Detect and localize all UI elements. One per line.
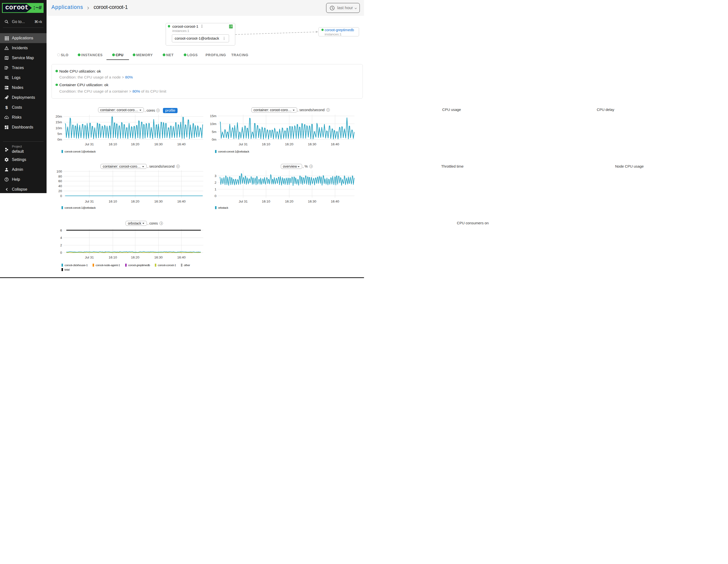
svg-text:16:40: 16:40 [331,200,339,203]
svg-text:20: 20 [58,189,62,193]
svg-text:coroot-node-agent-1: coroot-node-agent-1 [96,263,120,267]
svg-text:16:20: 16:20 [285,142,293,146]
svg-text:5m: 5m [212,130,216,134]
svg-text:16:20: 16:20 [131,200,139,203]
svg-text:5m: 5m [57,132,62,136]
svg-text:16:10: 16:10 [262,200,270,203]
svg-text:Jul 31: Jul 31 [239,200,248,203]
svg-text:0: 0 [214,194,216,198]
svg-text:orbstack: orbstack [218,206,229,209]
svg-text:16:40: 16:40 [177,142,186,146]
svg-text:16:10: 16:10 [109,256,117,259]
svg-text:10m: 10m [210,122,216,126]
svg-text:15m: 15m [210,114,216,118]
svg-text:10m: 10m [55,126,62,130]
svg-text:16:20: 16:20 [285,200,293,203]
svg-text:60: 60 [58,179,62,183]
svg-text:other: other [184,263,190,267]
svg-text:coroot-clickhouse-1: coroot-clickhouse-1 [65,263,88,267]
svg-text:16:30: 16:30 [308,142,316,146]
svg-text:2: 2 [60,243,62,247]
svg-text:total: total [65,268,70,271]
svg-text:16:40: 16:40 [331,142,339,146]
svg-text:Jul 31: Jul 31 [239,142,248,146]
svg-text:coroot-coroot-1@orbstack: coroot-coroot-1@orbstack [218,150,249,153]
svg-text:16:30: 16:30 [154,200,163,203]
svg-text:15m: 15m [55,120,62,124]
svg-text:Jul 31: Jul 31 [85,200,94,203]
svg-text:20m: 20m [55,115,62,118]
svg-text:16:40: 16:40 [177,256,186,259]
svg-text:0: 0 [60,251,62,255]
svg-text:16:10: 16:10 [109,200,117,203]
svg-text:coroot-coroot-1: coroot-coroot-1 [158,263,176,267]
svg-text:80: 80 [58,175,62,178]
svg-text:16:10: 16:10 [109,142,117,146]
svg-text:0m: 0m [57,138,62,141]
svg-text:Jul 31: Jul 31 [85,256,94,259]
svg-text:16:30: 16:30 [154,256,163,259]
svg-text:16:30: 16:30 [154,142,163,146]
svg-text:100: 100 [56,170,62,173]
svg-text:coroot-coroot-1@orbstack: coroot-coroot-1@orbstack [65,206,96,209]
svg-text:16:30: 16:30 [308,200,316,203]
svg-text:coroot-coroot-1@orbstack: coroot-coroot-1@orbstack [65,150,96,153]
svg-text:3: 3 [214,174,216,178]
svg-text:0: 0 [60,194,62,198]
svg-text:2: 2 [214,181,216,184]
svg-text:40: 40 [58,184,62,188]
svg-text:6: 6 [60,229,62,232]
svg-text:16:20: 16:20 [131,256,139,259]
svg-text:16:20: 16:20 [131,142,139,146]
svg-text:Jul 31: Jul 31 [85,142,94,146]
svg-text:4: 4 [60,236,62,240]
svg-text:16:10: 16:10 [262,142,270,146]
svg-text:$: $ [5,105,8,110]
svg-text:1: 1 [214,187,216,191]
svg-text:16:40: 16:40 [177,200,186,203]
svg-text:coroot-greptimedb: coroot-greptimedb [128,263,150,267]
svg-text:0m: 0m [212,138,216,141]
